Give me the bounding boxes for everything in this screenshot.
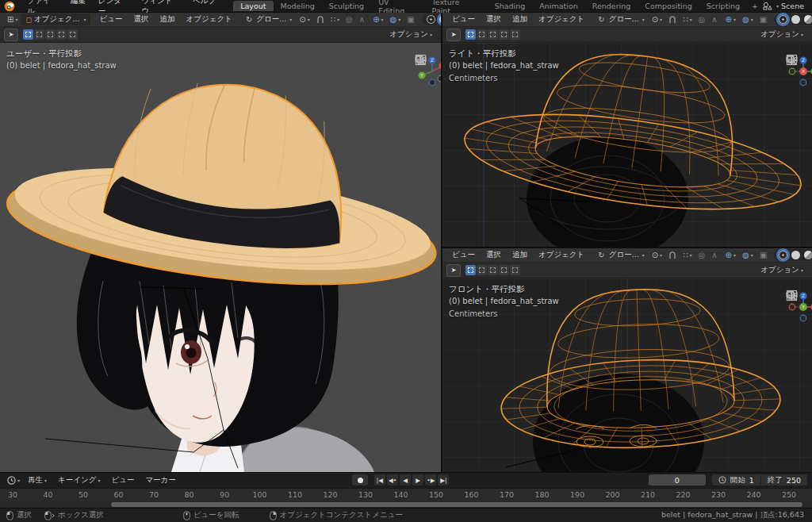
- grid-ortho-icon[interactable]: [786, 290, 798, 301]
- shading-material-button[interactable]: [804, 15, 812, 24]
- snap-magnet-toggle[interactable]: [666, 16, 679, 24]
- menu-object[interactable]: オブジェクト: [534, 14, 589, 25]
- menu-view[interactable]: ビュー: [447, 14, 480, 25]
- tab-scripting[interactable]: Scripting: [699, 1, 747, 11]
- tab-modeling[interactable]: Modeling: [274, 1, 322, 11]
- tab-rendering[interactable]: Rendering: [585, 1, 638, 11]
- select-mode-invert[interactable]: [499, 265, 509, 275]
- proportional-falloff-dropdown[interactable]: ∧: [357, 15, 367, 24]
- select-mode-subtract[interactable]: [488, 29, 498, 40]
- transform-orientation-dropdown[interactable]: ↻ グロー...▾: [592, 14, 647, 25]
- play-reverse-button[interactable]: ◀: [400, 474, 411, 486]
- overlays-dropdown[interactable]: ◍▾: [388, 15, 404, 24]
- shading-solid-button[interactable]: [791, 251, 800, 259]
- add-workspace-button[interactable]: +: [747, 1, 763, 11]
- select-mode-intersect[interactable]: [510, 29, 520, 40]
- frame-end-field[interactable]: 終了250: [761, 474, 807, 486]
- shading-solid-button[interactable]: [791, 15, 800, 24]
- select-mode-subtract[interactable]: [45, 29, 56, 40]
- proportional-falloff-dropdown[interactable]: ∧: [709, 251, 719, 259]
- pivot-point-dropdown[interactable]: ⊙▾: [297, 15, 312, 24]
- options-dropdown[interactable]: オプション▾: [760, 265, 803, 275]
- shading-material-button[interactable]: [804, 251, 812, 259]
- next-keyframe-button[interactable]: •▶: [425, 474, 436, 486]
- snap-settings-dropdown[interactable]: ∷▾: [680, 251, 694, 259]
- snap-magnet-toggle[interactable]: [666, 251, 679, 259]
- proportional-editing-toggle[interactable]: ◎: [696, 251, 708, 259]
- active-tool-select-box[interactable]: ➤: [4, 29, 18, 41]
- editor-type-icon[interactable]: ⊞▾: [5, 15, 20, 24]
- select-mode-new[interactable]: [465, 265, 476, 275]
- viewport-divider-horizontal[interactable]: [442, 247, 812, 248]
- select-mode-new[interactable]: [465, 29, 476, 40]
- scene-selector[interactable]: ▾ Scene: [763, 2, 812, 10]
- menu-select[interactable]: 選択: [481, 250, 506, 260]
- snap-settings-dropdown[interactable]: ∷▾: [328, 15, 342, 24]
- active-tool-select-box[interactable]: ➤: [446, 264, 461, 277]
- transform-orientation-dropdown[interactable]: ↻ グロー...▾: [240, 14, 295, 25]
- snap-magnet-toggle[interactable]: [314, 16, 327, 24]
- overlays-dropdown[interactable]: ◍▾: [740, 15, 756, 24]
- menu-select[interactable]: 選択: [481, 14, 506, 25]
- snap-settings-dropdown[interactable]: ∷▾: [680, 15, 694, 24]
- gizmos-dropdown[interactable]: ⊕▾: [723, 251, 738, 259]
- tab-animation[interactable]: Animation: [532, 1, 584, 11]
- select-mode-intersect[interactable]: [510, 265, 520, 275]
- select-mode-new[interactable]: [23, 29, 33, 40]
- select-mode-extend[interactable]: [34, 29, 44, 40]
- menu-add[interactable]: 追加: [508, 250, 532, 260]
- overlays-dropdown[interactable]: ◍▾: [740, 251, 756, 259]
- timeline-ruler[interactable]: 3040506070809010011012013014015016017018…: [0, 488, 812, 501]
- viewport-divider-vertical[interactable]: [441, 13, 442, 472]
- timeline-editor-type-icon[interactable]: ▾: [5, 476, 22, 485]
- menu-view[interactable]: ビュー: [95, 14, 128, 25]
- proportional-falloff-dropdown[interactable]: ∧: [709, 15, 719, 24]
- viewport-right-canvas[interactable]: ライト・平行投影 (0) belet | fedora_hat_straw Ce…: [442, 43, 812, 247]
- shading-wireframe-button[interactable]: [779, 15, 787, 24]
- prev-keyframe-button[interactable]: ◀•: [387, 474, 398, 486]
- select-mode-invert[interactable]: [499, 29, 509, 40]
- select-mode-extend[interactable]: [477, 29, 487, 40]
- timeline-menu[interactable]: キーイング▾: [52, 475, 105, 486]
- timeline-menu[interactable]: ビュー: [105, 475, 140, 486]
- menu-select[interactable]: 選択: [129, 14, 154, 25]
- tab-shading[interactable]: Shading: [488, 1, 533, 11]
- current-frame-field[interactable]: 0: [649, 474, 706, 486]
- jump-start-button[interactable]: |◀: [374, 474, 385, 486]
- xray-toggle[interactable]: ▣: [404, 15, 416, 24]
- transform-orientation-dropdown[interactable]: ↻ グロー...▾: [592, 250, 647, 260]
- tab-compositing[interactable]: Compositing: [638, 1, 699, 11]
- timeline-menu[interactable]: 再生▾: [22, 475, 52, 486]
- select-mode-extend[interactable]: [477, 265, 487, 275]
- timeline-menu[interactable]: マーカー: [140, 475, 181, 486]
- menu-object[interactable]: オブジェクト: [182, 14, 237, 25]
- shading-wireframe-button[interactable]: [779, 251, 787, 259]
- pivot-point-dropdown[interactable]: ⊙▾: [649, 15, 665, 24]
- grid-ortho-icon[interactable]: [415, 54, 427, 66]
- timeline-scrollbar[interactable]: [111, 502, 802, 507]
- menu-view[interactable]: ビュー: [447, 250, 480, 260]
- viewport-front-canvas[interactable]: フロント・平行投影 (0) belet | fedora_hat_straw C…: [442, 278, 812, 472]
- options-dropdown[interactable]: オプション▾: [760, 29, 803, 40]
- frame-start-field[interactable]: 開始1: [712, 474, 761, 486]
- xray-toggle[interactable]: ▣: [757, 251, 769, 259]
- gizmos-dropdown[interactable]: ⊕▾: [370, 15, 385, 24]
- shading-wireframe-button[interactable]: [427, 15, 435, 24]
- menu-add[interactable]: 追加: [155, 14, 180, 25]
- mode-dropdown[interactable]: ◻ オブジェク...▾: [21, 13, 90, 25]
- menu-add[interactable]: 追加: [508, 14, 532, 25]
- menu-object[interactable]: オブジェクト: [534, 250, 589, 260]
- gizmos-dropdown[interactable]: ⊕▾: [723, 15, 738, 24]
- tab-sculpting[interactable]: Sculpting: [322, 1, 371, 11]
- pivot-point-dropdown[interactable]: ⊙▾: [649, 251, 665, 259]
- select-mode-subtract[interactable]: [488, 265, 498, 275]
- blender-logo-icon[interactable]: [4, 1, 16, 11]
- select-mode-invert[interactable]: [56, 29, 67, 40]
- proportional-editing-toggle[interactable]: ◎: [696, 15, 708, 24]
- active-tool-select-box[interactable]: ➤: [446, 29, 461, 41]
- options-dropdown[interactable]: オプション▾: [389, 29, 432, 40]
- select-mode-intersect[interactable]: [67, 29, 78, 40]
- proportional-editing-toggle[interactable]: ◎: [343, 15, 355, 24]
- xray-toggle[interactable]: ▣: [757, 15, 769, 24]
- tab-layout[interactable]: Layout: [233, 1, 273, 11]
